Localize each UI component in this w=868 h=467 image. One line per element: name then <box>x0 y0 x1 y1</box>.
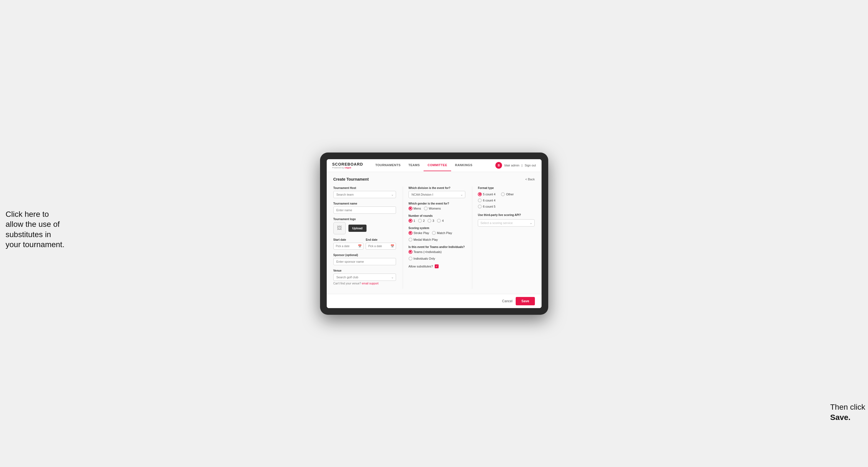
scoring-api-label: Use third-party live scoring API? <box>478 214 535 217</box>
tournament-name-input[interactable] <box>333 207 396 214</box>
start-date-icon: 📅 <box>358 244 362 248</box>
teams-label: Is this event for Teams and/or Individua… <box>408 246 465 249</box>
format-6count5-radio[interactable] <box>478 205 482 209</box>
annotation-left: Click here to allow the use of substitut… <box>6 209 67 250</box>
tournament-host-group: Tournament Host <box>333 186 396 198</box>
division-select[interactable]: NCAA Division I <box>408 191 465 198</box>
format-other-radio[interactable] <box>501 192 505 196</box>
substitutes-checkbox-item[interactable]: Allow substitutes? ✓ <box>408 264 465 268</box>
rounds-2-radio[interactable] <box>418 219 422 223</box>
end-date-icon: 📅 <box>391 244 394 248</box>
rounds-4[interactable]: 4 <box>437 219 443 223</box>
end-date-group: End date 📅 <box>366 238 396 250</box>
division-select-wrapper: NCAA Division I <box>408 191 465 198</box>
end-date-label: End date <box>366 238 396 241</box>
pipe-divider: | <box>522 164 522 167</box>
host-select-wrapper <box>333 191 396 198</box>
navbar: SCOREBOARD Powered by clippd TOURNAMENTS… <box>327 159 541 172</box>
format-other[interactable]: Other <box>501 192 514 196</box>
upload-button[interactable]: Upload <box>348 225 367 232</box>
right-column: Format type 5 count 4 Other <box>472 186 535 289</box>
scoring-match-radio[interactable] <box>432 231 436 235</box>
scoring-label: Scoring system <box>408 226 465 229</box>
scoring-service-select[interactable]: Select a scoring service <box>478 219 535 226</box>
sponsor-input[interactable] <box>333 258 396 265</box>
rounds-3-radio[interactable] <box>428 219 431 223</box>
venue-select-wrapper <box>333 274 396 281</box>
scoring-stroke[interactable]: Stroke Play <box>408 231 429 235</box>
scoring-medal-match-radio[interactable] <box>408 238 412 242</box>
rounds-4-radio[interactable] <box>437 219 441 223</box>
format-5count4-radio[interactable] <box>478 192 482 196</box>
scoring-match[interactable]: Match Play <box>432 231 452 235</box>
rounds-group: Number of rounds 1 2 <box>408 214 465 223</box>
gender-radio-group: Mens Womens <box>408 207 465 210</box>
back-link[interactable]: Back <box>525 178 535 181</box>
scoring-group: Scoring system Stroke Play Match Play <box>408 226 465 242</box>
start-date-wrapper: 📅 <box>333 243 364 250</box>
gender-group: Which gender is the event for? Mens Wome… <box>408 202 465 210</box>
format-row-1: 5 count 4 Other <box>478 192 535 196</box>
venue-input[interactable] <box>333 274 396 281</box>
scoring-radio-group: Stroke Play Match Play Medal Match Play <box>408 231 465 242</box>
scoring-service-wrapper: Select a scoring service <box>478 219 535 226</box>
rounds-1-radio[interactable] <box>408 219 412 223</box>
nav-rankings[interactable]: RANKINGS <box>451 159 476 171</box>
scoring-api-group: Use third-party live scoring API? Select… <box>478 214 535 226</box>
user-avatar: B <box>495 162 502 169</box>
page-title: Create Tournament <box>333 177 369 182</box>
user-name: blair admin <box>504 164 519 167</box>
format-6count4-radio[interactable] <box>478 198 482 202</box>
gender-mens[interactable]: Mens <box>408 207 421 210</box>
logo-scoreboard: SCOREBOARD <box>332 162 363 166</box>
nav-committee[interactable]: COMMITTEE <box>424 159 451 171</box>
logo-placeholder: 🖼 <box>333 222 346 234</box>
teams-plus-individuals[interactable]: Teams (+Individuals) <box>408 250 442 254</box>
venue-email-link[interactable]: email support <box>362 282 378 285</box>
end-date-wrapper: 📅 <box>366 243 396 250</box>
scoring-stroke-radio[interactable] <box>408 231 412 235</box>
page-header: Create Tournament Back <box>333 177 535 182</box>
tournament-host-label: Tournament Host <box>333 186 396 189</box>
individuals-only[interactable]: Individuals Only <box>408 257 435 260</box>
substitutes-group: Allow substitutes? ✓ <box>408 264 465 268</box>
substitutes-label: Allow substitutes? <box>408 265 433 268</box>
gender-womens-label: Womens <box>429 207 441 210</box>
gender-label: Which gender is the event for? <box>408 202 465 205</box>
teams-group: Is this event for Teams and/or Individua… <box>408 246 465 260</box>
host-input[interactable] <box>333 191 396 198</box>
format-6count5[interactable]: 6 count 5 <box>478 205 535 209</box>
nav-teams[interactable]: TEAMS <box>404 159 424 171</box>
teams-radio-group: Teams (+Individuals) Individuals Only <box>408 250 465 260</box>
tablet-frame: SCOREBOARD Powered by clippd TOURNAMENTS… <box>320 153 548 315</box>
gender-mens-radio[interactable] <box>408 207 412 210</box>
sign-out-link[interactable]: Sign out <box>525 164 536 167</box>
gender-womens[interactable]: Womens <box>424 207 441 210</box>
nav-tournaments[interactable]: TOURNAMENTS <box>372 159 405 171</box>
rounds-radio-group: 1 2 3 4 <box>408 219 465 223</box>
format-type-label: Format type <box>478 186 535 189</box>
format-6count4[interactable]: 6 count 4 <box>478 198 535 202</box>
logo-powered: Powered by clippd <box>332 166 363 169</box>
annotation-right: Then click Save. <box>830 402 865 423</box>
format-options: 5 count 4 Other 6 count 4 <box>478 192 535 209</box>
date-row: Start date 📅 End date 📅 <box>333 238 396 250</box>
tournament-logo-label: Tournament logo <box>333 218 396 221</box>
substitutes-checkbox[interactable]: ✓ <box>435 264 439 268</box>
rounds-3[interactable]: 3 <box>428 219 434 223</box>
save-button[interactable]: Save <box>516 297 535 305</box>
venue-label: Venue <box>333 269 396 272</box>
cancel-button[interactable]: Cancel <box>502 299 512 303</box>
venue-group: Venue Can't find your venue? email suppo… <box>333 269 396 285</box>
scoring-medal-match[interactable]: Medal Match Play <box>408 238 438 242</box>
logo-area: SCOREBOARD Powered by clippd <box>332 162 363 169</box>
rounds-2[interactable]: 2 <box>418 219 425 223</box>
rounds-label: Number of rounds <box>408 214 465 217</box>
nav-right: B blair admin | Sign out <box>495 162 536 169</box>
format-5count4[interactable]: 5 count 4 <box>478 192 495 196</box>
teams-radio[interactable] <box>408 250 412 254</box>
gender-womens-radio[interactable] <box>424 207 428 210</box>
individuals-radio[interactable] <box>408 257 412 260</box>
gender-mens-label: Mens <box>413 207 421 210</box>
rounds-1[interactable]: 1 <box>408 219 415 223</box>
